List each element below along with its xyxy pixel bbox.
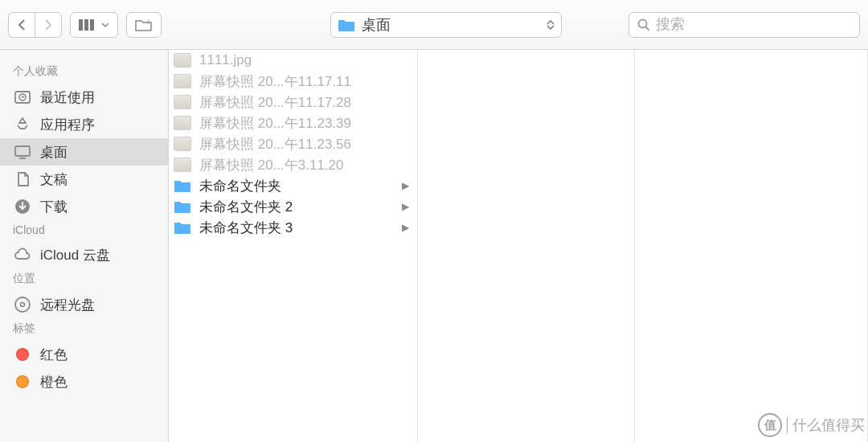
file-column-2 <box>418 50 635 442</box>
folder-icon <box>338 18 355 32</box>
sidebar-item[interactable]: 红色 <box>0 341 168 368</box>
sidebar-item[interactable]: 橙色 <box>0 368 168 395</box>
file-thumbnail <box>174 158 191 172</box>
cloud-icon <box>13 247 32 263</box>
sidebar-section-header: iCloud <box>0 220 168 241</box>
sidebar-item[interactable]: iCloud 云盘 <box>0 241 168 268</box>
folder-plus-icon: + <box>135 18 153 31</box>
sidebar-item-label: 远程光盘 <box>40 296 95 314</box>
search-icon <box>637 18 649 31</box>
svg-point-12 <box>21 303 25 307</box>
folder-row[interactable]: 未命名文件夹 3▶ <box>169 217 417 238</box>
file-name: 未命名文件夹 3 <box>199 219 409 237</box>
file-name: 未命名文件夹 2 <box>199 198 409 216</box>
file-name: 屏幕快照 20...午11.23.39 <box>199 114 409 133</box>
toolbar: + 桌面 <box>0 0 868 50</box>
folder-row[interactable]: 未命名文件夹▶ <box>169 175 417 196</box>
file-name: 屏幕快照 20...午11.23.56 <box>199 135 409 153</box>
watermark-text: 什么值得买 <box>792 415 865 435</box>
apps-icon <box>13 116 32 133</box>
svg-point-11 <box>15 297 30 312</box>
folder-icon <box>174 178 191 193</box>
sidebar-section-header: 个人收藏 <box>0 61 168 84</box>
folder-icon <box>174 199 191 214</box>
file-row[interactable]: 屏幕快照 20...午11.23.39 <box>169 113 417 133</box>
sidebar-item-label: 桌面 <box>40 143 68 162</box>
file-name: 未命名文件夹 <box>199 177 409 195</box>
sidebar-item[interactable]: 文稿 <box>0 166 168 193</box>
view-buttons <box>70 12 118 38</box>
back-button[interactable] <box>8 12 35 38</box>
search-input[interactable] <box>656 16 851 33</box>
file-row[interactable]: 屏幕快照 20...午11.17.28 <box>169 92 417 113</box>
sidebar-item-label: 文稿 <box>40 170 68 189</box>
sidebar-item-label: 橙色 <box>40 373 68 391</box>
clock-icon <box>13 88 32 106</box>
chevron-down-icon <box>101 23 109 27</box>
view-mode-button[interactable] <box>70 12 118 38</box>
file-thumbnail <box>174 74 191 88</box>
sidebar-item-label: iCloud 云盘 <box>40 246 110 264</box>
sidebar-item[interactable]: 下载 <box>0 193 168 220</box>
svg-text:+: + <box>146 18 151 27</box>
sidebar-section-header: 位置 <box>0 268 168 291</box>
svg-rect-8 <box>15 146 30 156</box>
sidebar-item-label: 最近使用 <box>40 88 95 107</box>
sidebar-item-label: 红色 <box>40 346 68 364</box>
disclosure-arrow-icon: ▶ <box>402 222 409 233</box>
file-thumbnail <box>174 53 191 68</box>
watermark: 值 什么值得买 <box>758 413 865 437</box>
file-row[interactable]: 屏幕快照 20...午11.17.11 <box>169 71 417 92</box>
column-view: 1111.jpg屏幕快照 20...午11.17.11屏幕快照 20...午11… <box>169 50 868 442</box>
disclosure-arrow-icon: ▶ <box>402 180 409 191</box>
tag-dot <box>13 348 32 361</box>
folder-icon <box>174 220 191 235</box>
forward-button[interactable] <box>35 12 62 38</box>
svg-rect-1 <box>84 19 88 31</box>
svg-rect-2 <box>90 19 94 31</box>
disc-icon <box>13 296 32 313</box>
documents-icon <box>13 170 32 188</box>
svg-rect-0 <box>79 19 83 31</box>
file-row[interactable]: 屏幕快照 20...午3.11.20 <box>169 154 417 175</box>
new-folder-button[interactable]: + <box>126 12 162 38</box>
path-title: 桌面 <box>362 15 391 35</box>
search-bar[interactable] <box>628 12 860 38</box>
desktop-icon <box>13 143 32 161</box>
tag-dot <box>13 375 32 388</box>
file-name: 屏幕快照 20...午3.11.20 <box>199 156 409 174</box>
downloads-icon <box>13 198 32 215</box>
disclosure-arrow-icon: ▶ <box>402 201 409 212</box>
file-row[interactable]: 屏幕快照 20...午11.23.56 <box>169 133 417 154</box>
sidebar: 个人收藏最近使用应用程序桌面文稿下载iCloudiCloud 云盘位置远程光盘标… <box>0 50 169 442</box>
watermark-badge: 值 <box>758 413 782 437</box>
file-name: 屏幕快照 20...午11.17.11 <box>199 72 409 91</box>
sidebar-item-label: 下载 <box>40 198 68 216</box>
svg-line-5 <box>646 27 649 31</box>
sidebar-item[interactable]: 远程光盘 <box>0 291 168 318</box>
sidebar-item[interactable]: 应用程序 <box>0 111 168 138</box>
folder-row[interactable]: 未命名文件夹 2▶ <box>169 196 417 217</box>
file-thumbnail <box>174 137 191 151</box>
file-thumbnail <box>174 95 191 109</box>
nav-buttons <box>8 12 62 38</box>
sidebar-item[interactable]: 最近使用 <box>0 84 168 111</box>
sidebar-section-header: 标签 <box>0 318 168 341</box>
file-thumbnail <box>174 116 191 130</box>
file-name: 屏幕快照 20...午11.17.28 <box>199 93 409 112</box>
sidebar-item[interactable]: 桌面 <box>0 138 168 166</box>
file-column-1: 1111.jpg屏幕快照 20...午11.17.11屏幕快照 20...午11… <box>169 50 418 442</box>
file-column-3 <box>635 50 868 442</box>
file-name: 1111.jpg <box>199 52 409 68</box>
file-row[interactable]: 1111.jpg <box>169 50 417 71</box>
svg-point-4 <box>639 19 647 27</box>
sidebar-item-label: 应用程序 <box>40 116 95 134</box>
path-bar[interactable]: 桌面 <box>330 12 562 38</box>
path-stepper[interactable] <box>547 20 555 30</box>
